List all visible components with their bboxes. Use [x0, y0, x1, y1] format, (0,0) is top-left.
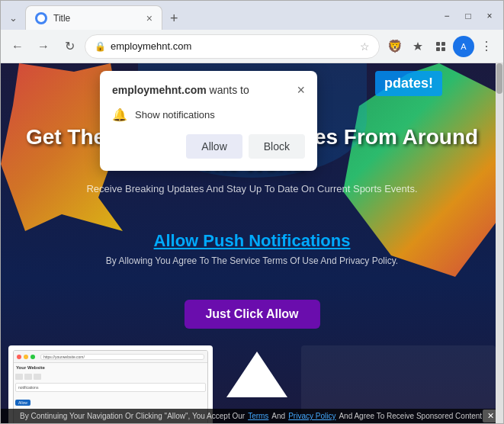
svg-rect-4	[441, 47, 445, 51]
new-tab-button[interactable]: +	[165, 11, 183, 27]
reload-button[interactable]: ↻	[59, 36, 80, 57]
tab-left-controls: ⌄	[4, 8, 22, 30]
extension-icon-2[interactable]	[407, 36, 429, 57]
address-bar: ← → ↻ 🔒 employmehnt.com ☆ 🦁 A ⋮	[1, 30, 503, 63]
svg-rect-2	[441, 42, 445, 46]
toolbar-icons: 🦁 A ⋮	[384, 36, 497, 57]
maximize-button[interactable]: □	[457, 5, 479, 27]
popup-permission-row: 🔔 Show notifications	[112, 108, 305, 122]
page-area: pdates! https://N Get The Latest Sports …	[1, 63, 503, 423]
profile-button[interactable]: A	[453, 36, 474, 57]
forward-button[interactable]: →	[33, 36, 54, 57]
active-tab[interactable]: Title ×	[25, 5, 162, 30]
allow-button[interactable]: Allow	[186, 134, 242, 159]
tab-list-button[interactable]: ⌄	[4, 8, 22, 27]
page-push-title: Allow Push Notifications	[1, 231, 503, 251]
bell-icon: 🔔	[112, 108, 127, 122]
extensions-button[interactable]	[430, 36, 451, 57]
back-button[interactable]: ←	[7, 36, 28, 57]
svg-rect-1	[436, 42, 440, 46]
mini-allow-button[interactable]: Allow	[15, 400, 30, 406]
tab-bar: ⌄ Title × + − □ ×	[1, 1, 503, 30]
terms-link[interactable]: Terms	[248, 412, 268, 420]
mini-notification: notifications	[15, 383, 206, 392]
browser-window: ⌄ Title × + − □ × ← → ↻ 🔒 employmehnt.co…	[0, 0, 504, 424]
page-push-subtitle: By Allowing You Agree To The Service Ter…	[1, 255, 503, 266]
popup-title: employmehnt.com wants to	[112, 83, 249, 98]
close-window-button[interactable]: ×	[479, 5, 500, 27]
page-screenshot-area: https://yourwebsite.com/ Your Website	[8, 345, 496, 400]
popup-site-name: employmehnt.com	[112, 84, 207, 96]
popup-header: employmehnt.com wants to ×	[112, 83, 305, 98]
page-scrollbar[interactable]	[496, 63, 503, 423]
extension-icon-1[interactable]: 🦁	[384, 36, 406, 57]
popup-close-button[interactable]: ×	[297, 83, 305, 97]
minimize-button[interactable]: −	[436, 5, 457, 27]
svg-rect-3	[436, 47, 440, 51]
scrollbar-thumb[interactable]	[496, 63, 502, 94]
address-text: employmehnt.com	[111, 40, 355, 52]
address-input-wrapper[interactable]: 🔒 employmehnt.com ☆	[85, 34, 380, 59]
page-bottom-bar: By Continuing Your Navigation Or Clickin…	[1, 409, 503, 423]
page-push-section: Allow Push Notifications By Allowing You…	[1, 231, 503, 266]
page-banner: pdates!	[375, 71, 442, 96]
svg-point-0	[37, 14, 45, 22]
privacy-link[interactable]: Privacy Policy	[288, 412, 335, 420]
window-controls: − □ ×	[436, 5, 500, 27]
bookmark-button[interactable]: ☆	[360, 40, 370, 53]
page-allow-button[interactable]: Just Click Allow	[184, 300, 319, 329]
lock-icon: 🔒	[95, 41, 106, 52]
page-sub-title: Receive Breaking Updates And Stay Up To …	[24, 183, 480, 194]
browser-menu-button[interactable]: ⋮	[476, 36, 497, 57]
tab-favicon	[35, 12, 47, 24]
triangle-icon	[226, 352, 287, 397]
popup-actions: Allow Block	[112, 134, 305, 159]
block-button[interactable]: Block	[249, 134, 305, 159]
permission-label: Show notifications	[135, 109, 215, 120]
permission-popup: employmehnt.com wants to × 🔔 Show notifi…	[100, 71, 317, 171]
tab-title: Title	[53, 13, 140, 24]
tab-close-button[interactable]: ×	[146, 12, 152, 24]
